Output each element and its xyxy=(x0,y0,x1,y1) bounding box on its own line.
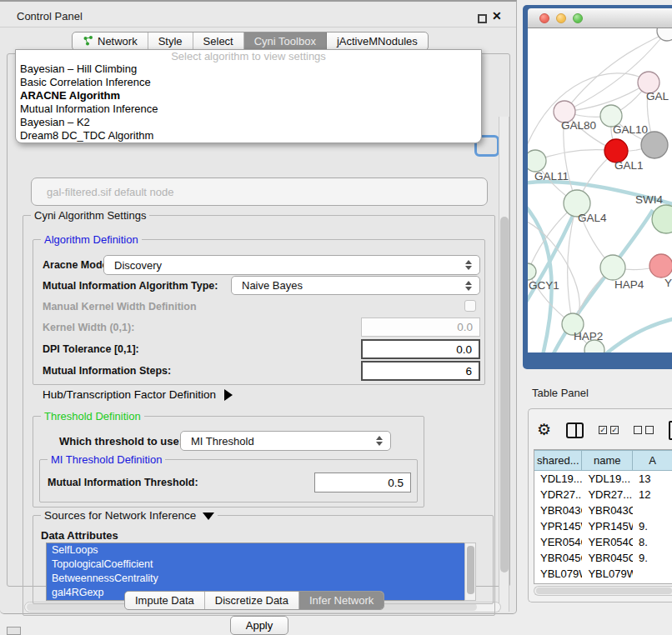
network-canvas[interactable]: GALGAL80GAL10GAL1GAL11SWI4GAL4GCY1HAP4YH… xyxy=(528,28,672,352)
table-cell: YLR345W xyxy=(582,582,633,584)
tab-network[interactable]: Network xyxy=(73,32,148,50)
table-panel: ⚙ ✓✓ shared...nameA YDL19...YDL19...13YD… xyxy=(528,408,672,602)
dropdown-item[interactable]: Dream8 DC_TDC Algorithm xyxy=(16,129,481,142)
bottom-tab-bar: Impute DataDiscretize DataInfer Network xyxy=(124,591,384,610)
mi-threshold-field[interactable]: 0.5 xyxy=(314,472,411,492)
table-source-combo-value: gal-filtered.sif default node xyxy=(47,186,173,198)
table-cell: YLR345W xyxy=(534,582,582,584)
list-item[interactable]: SelfLoops xyxy=(47,543,464,558)
table-cell: YDR27... xyxy=(582,487,633,502)
dropdown-item[interactable]: Bayesian – K2 xyxy=(16,116,481,129)
table-horizontal-scrollbar-thumb[interactable] xyxy=(536,588,672,594)
table-row[interactable]: YBR045CYBR045C9. xyxy=(534,550,672,566)
float-icon[interactable] xyxy=(478,14,487,23)
tab-discretize-data[interactable]: Discretize Data xyxy=(205,592,299,609)
table-row[interactable]: YDL19...YDL19...13 xyxy=(534,471,672,487)
minimize-light-icon[interactable] xyxy=(556,13,566,23)
network-node-Y[interactable] xyxy=(649,254,672,278)
threshold-definition-title: Threshold Definition xyxy=(41,410,144,422)
close-light-icon[interactable] xyxy=(539,13,549,23)
which-threshold-combo[interactable]: MI Threshold xyxy=(180,431,391,451)
checked-box-icon: ✓ xyxy=(599,426,607,434)
list-item[interactable]: TopologicalCoefficient xyxy=(47,558,464,572)
table-panel-toolbar: ⚙ ✓✓ xyxy=(537,419,672,441)
table-cell: YBR043C xyxy=(582,502,633,518)
mi-type-combo[interactable]: Naive Bayes xyxy=(231,276,480,295)
aracne-mode-combo[interactable]: Discovery xyxy=(103,255,480,275)
file-icon[interactable] xyxy=(669,421,672,440)
network-node-label: GAL1 xyxy=(614,159,644,172)
list-item[interactable]: BetweennessCentrality xyxy=(47,572,464,586)
network-view-window: GALGAL80GAL10GAL1GAL11SWI4GAL4GCY1HAP4YH… xyxy=(523,5,672,369)
tab-cyni-toolbox[interactable]: Cyni Toolbox xyxy=(244,32,327,50)
table-cell: YDL19... xyxy=(582,471,633,487)
tab-infer-network[interactable]: Infer Network xyxy=(299,592,384,609)
network-node-GAL11[interactable] xyxy=(528,150,546,172)
panel-grip[interactable] xyxy=(7,627,21,635)
tab-select[interactable]: Select xyxy=(193,32,244,50)
network-edge-thick[interactable] xyxy=(604,317,672,352)
table-row[interactable]: YPR145WYPR145W9. xyxy=(534,518,672,534)
mi-steps-label: Mutual Information Steps: xyxy=(43,365,171,377)
column-header[interactable]: name xyxy=(582,450,633,471)
tab-impute-data[interactable]: Impute Data xyxy=(125,592,205,609)
table-source-combo[interactable]: gal-filtered.sif default node xyxy=(31,178,488,206)
hub-definition-expander[interactable]: Hub/Transcription Factor Definition xyxy=(43,388,233,401)
table-row[interactable]: YLR345WYLR345W9. xyxy=(534,582,672,584)
tab-label: Style xyxy=(158,35,183,48)
gear-icon[interactable]: ⚙ xyxy=(537,422,551,438)
network-window-titlebar[interactable] xyxy=(528,8,672,28)
deselect-all-icon[interactable] xyxy=(634,426,654,434)
table-row[interactable]: YDR27...YDR27...12 xyxy=(534,487,672,502)
tab-label: Select xyxy=(203,35,233,48)
kernel-width-field[interactable]: 0.0 xyxy=(361,318,480,337)
network-node-GCY1[interactable] xyxy=(528,263,536,280)
attributes-list-scrollbar-thumb[interactable] xyxy=(467,546,474,594)
dropdown-item[interactable]: Mutual Information Inference xyxy=(16,102,481,116)
apply-button[interactable]: Apply xyxy=(230,616,288,635)
settings-vertical-scrollbar-thumb[interactable] xyxy=(500,217,509,572)
network-node-SWI4[interactable] xyxy=(652,205,672,233)
table-cell: 9. xyxy=(633,582,672,584)
zoom-light-icon[interactable] xyxy=(573,13,583,23)
table-cell: 9. xyxy=(633,518,672,534)
network-node-label: GCY1 xyxy=(529,279,559,292)
control-panel-title: Control Panel xyxy=(17,10,83,22)
dropdown-item[interactable]: Bayesian – Hill Climbing xyxy=(16,62,481,76)
mi-steps-field[interactable]: 6 xyxy=(361,361,480,381)
expand-triangle-right-icon xyxy=(224,389,233,401)
table-horizontal-scrollbar[interactable] xyxy=(534,586,672,596)
mi-type-value: Naive Bayes xyxy=(242,279,303,292)
table-cell: YBL079W xyxy=(582,566,633,582)
tab-label: jActiveMNodules xyxy=(337,35,418,48)
attributes-list-scrollbar[interactable] xyxy=(464,542,476,601)
combo-arrows-icon xyxy=(465,260,472,270)
column-header[interactable]: shared... xyxy=(534,450,582,471)
settings-vertical-scrollbar[interactable] xyxy=(499,117,509,612)
column-header[interactable]: A xyxy=(633,450,672,471)
network-node-label: GAL80 xyxy=(561,119,596,132)
manual-kernel-label: Manual Kernel Width Definition xyxy=(43,301,197,312)
select-all-icon[interactable]: ✓✓ xyxy=(599,426,619,434)
table-row[interactable]: YER054CYER054C8. xyxy=(534,534,672,550)
network-node-HAP4[interactable] xyxy=(600,255,625,280)
close-icon[interactable]: ✕ xyxy=(492,9,502,22)
table-row[interactable]: YBR043CYBR043C xyxy=(534,502,672,518)
dpi-tolerance-field[interactable]: 0.0 xyxy=(361,339,480,359)
dropdown-item[interactable]: ARACNE Algorithm xyxy=(16,89,481,102)
dropdown-item[interactable]: Basic Correlation Inference xyxy=(16,76,481,89)
manual-kernel-checkbox[interactable] xyxy=(464,300,476,312)
sources-group-title[interactable]: Sources for Network Inference xyxy=(41,509,218,522)
table-cell: YPR145W xyxy=(582,518,633,534)
data-attributes-label: Data Attributes xyxy=(41,529,118,542)
table-cell: YER054C xyxy=(534,534,582,550)
table-cell: YBR043C xyxy=(534,502,582,518)
table-row[interactable]: YBL079WYBL079W xyxy=(534,566,672,582)
column-layout-icon[interactable] xyxy=(566,422,584,438)
algorithm-dropdown-popup: Select algorithm to view settings Bayesi… xyxy=(15,49,482,143)
tab-style[interactable]: Style xyxy=(148,32,193,50)
network-node-top-partial[interactable] xyxy=(657,28,672,41)
tab-jactivemnodules[interactable]: jActiveMNodules xyxy=(327,32,428,50)
control-panel-titlebar[interactable]: Control Panel ✕ xyxy=(0,3,516,28)
hub-definition-label: Hub/Transcription Factor Definition xyxy=(43,388,216,401)
